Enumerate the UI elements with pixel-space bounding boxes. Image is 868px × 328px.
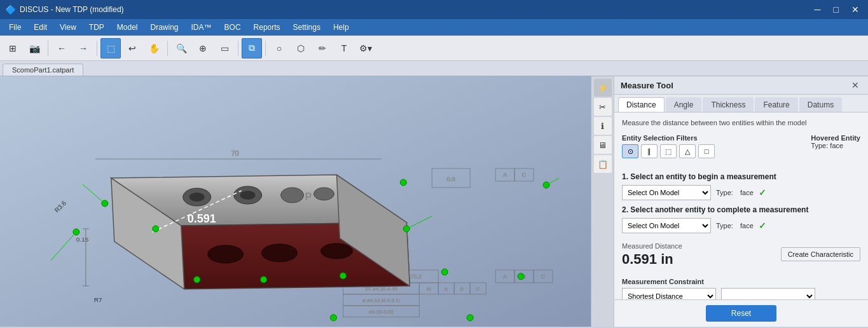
- hovered-entity-section: Hovered Entity Type: face: [811, 134, 860, 149]
- side-monitor-btn[interactable]: 🖥: [594, 136, 612, 154]
- tab-datums[interactable]: Datums: [799, 97, 842, 112]
- svg-point-55: [261, 277, 267, 283]
- svg-text:70: 70: [231, 149, 239, 157]
- tab-thickness[interactable]: Thickness: [703, 97, 754, 112]
- filter-page-btn[interactable]: □: [698, 144, 715, 158]
- reset-btn[interactable]: Reset: [706, 305, 776, 322]
- side-toolbar: ⚡ ✂ ℹ 🖥 📋: [591, 76, 614, 327]
- tb-sep1: [48, 41, 48, 56]
- viewport[interactable]: 70 0.8 A C 75.2 A B: [0, 76, 591, 327]
- side-info-btn[interactable]: ℹ: [594, 117, 612, 135]
- svg-text:B: B: [460, 286, 464, 292]
- tab-angle[interactable]: Angle: [666, 97, 702, 112]
- panel-title: Measure Tool: [621, 81, 673, 90]
- menu-boc[interactable]: BOC: [218, 22, 247, 33]
- svg-point-54: [194, 277, 200, 283]
- filter-rect-btn[interactable]: ⬚: [660, 144, 677, 158]
- minimize-button[interactable]: ─: [811, 3, 825, 16]
- panel-footer: Reset: [614, 299, 868, 327]
- tb-more-btn[interactable]: ⚙▾: [355, 38, 376, 58]
- tb-back-btn[interactable]: ←: [52, 38, 72, 58]
- viewport-bg: 70 0.8 A C 75.2 A B: [0, 76, 591, 327]
- main-area: 70 0.8 A C 75.2 A B: [0, 76, 868, 327]
- tb-pan-btn[interactable]: ✋: [144, 38, 164, 58]
- svg-text:0.591: 0.591: [188, 212, 216, 225]
- menu-drawing[interactable]: Drawing: [144, 22, 185, 33]
- menu-help[interactable]: Help: [327, 22, 355, 33]
- tb-circle-btn[interactable]: ○: [269, 38, 289, 58]
- create-characteristic-btn[interactable]: Create Characteristic: [781, 247, 860, 261]
- title-bar-controls: ─ □ ✕: [811, 3, 863, 16]
- menu-tdp[interactable]: TDP: [83, 22, 111, 33]
- step2-type-label: Type:: [716, 222, 735, 229]
- side-copy-btn[interactable]: 📋: [594, 155, 612, 173]
- tb-hex-btn[interactable]: ⬡: [291, 38, 311, 58]
- measured-distance-section: Measured Distance 0.591 in Create Charac…: [622, 236, 860, 273]
- step2-type-value: face: [740, 222, 754, 229]
- svg-point-53: [153, 226, 159, 232]
- tb-forward-btn[interactable]: →: [73, 38, 93, 58]
- svg-text:C: C: [541, 273, 546, 280]
- type-label-hovered: Type:: [811, 142, 828, 149]
- step1-type-label: Type:: [716, 189, 735, 196]
- tb-rect-btn[interactable]: ▭: [214, 38, 235, 58]
- type-value-hovered: face: [830, 142, 843, 149]
- menu-edit[interactable]: Edit: [27, 22, 53, 33]
- svg-point-58: [400, 179, 406, 186]
- svg-text:C: C: [522, 172, 527, 178]
- svg-point-60: [467, 315, 473, 321]
- tb-sep4: [238, 41, 238, 56]
- svg-point-43: [320, 243, 352, 259]
- constraint-row: Shortest Distance Along X Along Y Along …: [622, 288, 860, 299]
- constraint-select1-wrapper: Shortest Distance Along X Along Y Along …: [622, 288, 716, 299]
- panel-header: Measure Tool ✕: [614, 76, 868, 95]
- svg-text:⌀ ⌀0.13 M A B C: ⌀ ⌀0.13 M A B C: [362, 297, 400, 303]
- entity-filters-section: Entity Selection Filters ⊙ ∥ ⬚ △ □: [622, 134, 715, 166]
- menu-file[interactable]: File: [3, 22, 27, 33]
- step2-select-wrapper: Select On Model: [622, 218, 711, 233]
- close-button[interactable]: ✕: [848, 3, 863, 16]
- tab-bar: ScomoPart1.catpart: [0, 61, 868, 76]
- svg-text:0.8: 0.8: [446, 175, 455, 182]
- svg-point-56: [340, 273, 346, 279]
- tab-scompart[interactable]: ScomoPart1.catpart: [3, 64, 83, 76]
- step2-row: Select On Model Type: face ✓: [622, 218, 860, 233]
- menu-bar: File Edit View TDP Model Drawing IDA™ BO…: [0, 19, 868, 36]
- panel-close-btn[interactable]: ✕: [849, 80, 862, 90]
- svg-point-36: [189, 193, 205, 202]
- menu-reports[interactable]: Reports: [247, 22, 287, 33]
- constraint-select1[interactable]: Shortest Distance Along X Along Y Along …: [622, 288, 716, 299]
- svg-text:0.15: 0.15: [76, 236, 89, 243]
- svg-point-59: [441, 269, 448, 275]
- svg-point-39: [281, 188, 304, 203]
- tb-zoom-btn[interactable]: ⊕: [193, 38, 213, 58]
- toolbar: ⊞ 📷 ← → ⬚ ↩ ✋ 🔍 ⊕ ▭ ⧉ ○ ⬡ ✏ T ⚙▾: [0, 36, 868, 61]
- svg-point-62: [518, 273, 524, 280]
- tab-feature[interactable]: Feature: [755, 97, 797, 112]
- constraint-select2[interactable]: Option 1: [721, 288, 815, 299]
- menu-settings[interactable]: Settings: [287, 22, 327, 33]
- tb-search-btn[interactable]: 🔍: [171, 38, 191, 58]
- maximize-button[interactable]: □: [830, 3, 843, 16]
- filter-parallel-btn[interactable]: ∥: [641, 144, 658, 158]
- panel-description: Measure the distance between two entitie…: [622, 119, 860, 126]
- menu-ida[interactable]: IDA™: [185, 22, 218, 33]
- tb-grid-btn[interactable]: ⊞: [3, 38, 23, 58]
- tb-pencil-btn[interactable]: ✏: [312, 38, 333, 58]
- side-smart-btn[interactable]: ⚡: [594, 79, 612, 97]
- tb-select-btn[interactable]: ⬚: [100, 38, 121, 58]
- step1-select[interactable]: Select On Model: [622, 185, 711, 200]
- menu-model[interactable]: Model: [111, 22, 144, 33]
- step2-select[interactable]: Select On Model: [622, 218, 711, 233]
- filter-triangle-btn[interactable]: △: [679, 144, 696, 158]
- tb-camera-btn[interactable]: 📷: [24, 38, 45, 58]
- tab-distance[interactable]: Distance: [618, 97, 665, 112]
- tb-text-btn[interactable]: T: [334, 38, 354, 58]
- hovered-entity-type: Type: face: [811, 142, 860, 149]
- menu-view[interactable]: View: [53, 22, 83, 33]
- side-scissors-btn[interactable]: ✂: [594, 98, 612, 116]
- svg-point-42: [262, 244, 298, 262]
- tb-undo-btn[interactable]: ↩: [122, 38, 142, 58]
- filter-circle-btn[interactable]: ⊙: [622, 144, 638, 158]
- tb-copy-btn[interactable]: ⧉: [242, 38, 262, 58]
